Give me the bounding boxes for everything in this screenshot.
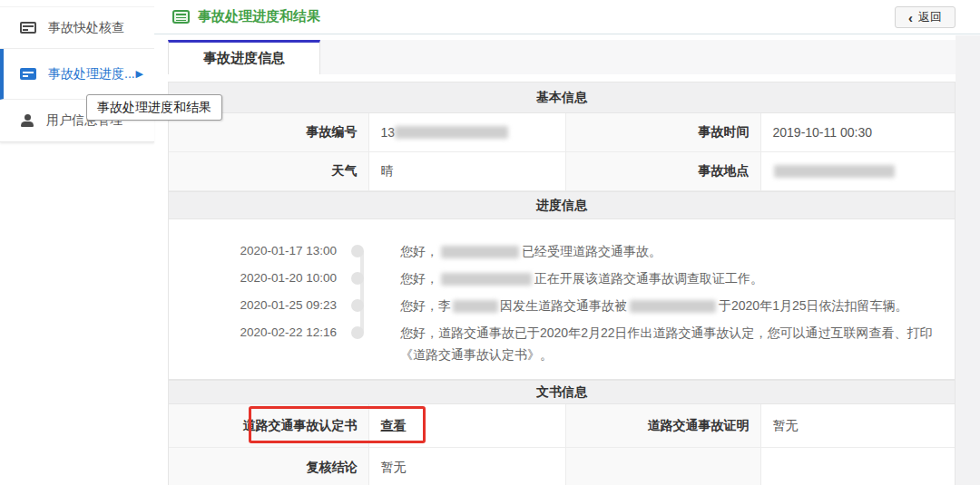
redacted-authority (630, 300, 716, 313)
page-title: 事故处理进度和结果 (198, 8, 320, 25)
timeline-date: 2020-02-22 12:16 (219, 322, 337, 344)
back-button-label: 返回 (918, 9, 942, 25)
weather-label: 天气 (169, 152, 369, 190)
section-header-basic: 基本信息 (169, 82, 955, 113)
message-text: 您好， (400, 271, 438, 286)
sidebar-item-label: 事故快处核查 (48, 20, 124, 36)
sidebar-tooltip: 事故处理进度和结果 (86, 94, 222, 121)
location-value (761, 152, 955, 190)
message-text: 因发生道路交通事故被 (500, 298, 627, 313)
form-list-icon (172, 10, 190, 24)
accident-no-value: 13 (369, 113, 565, 151)
redacted-authority (441, 246, 519, 258)
detail-table: 基本信息 事故编号 13 事故时间 2019-10-11 00:30 天气 晴 … (168, 82, 956, 485)
review-value: 暂无 (369, 448, 565, 485)
review-label: 复核结论 (169, 448, 369, 485)
timeline-date: 2020-01-25 09:23 (219, 295, 337, 316)
timeline-message: 您好，道路交通事故已于2020年2月22日作出道路交通事故认定，您可以通过互联网… (400, 322, 936, 365)
accident-time-value: 2019-10-11 00:30 (761, 113, 955, 151)
sidebar: 事故快处核查 事故处理进度... ▶ 用户信息管理 (0, 0, 154, 142)
sidebar-item-progress[interactable]: 事故处理进度... ▶ (0, 49, 154, 100)
timeline-message: 您好，已经受理道路交通事故。 (400, 240, 936, 262)
accident-no-text: 13 (380, 125, 395, 140)
table-row: 道路交通事故认定书 查看 道路交通事故证明 暂无 (169, 404, 955, 448)
tab-accident-progress[interactable]: 事故进度信息 (168, 40, 320, 74)
redacted-authority (441, 273, 532, 286)
timeline-dot (351, 299, 364, 312)
timeline-message: 您好，李因发生道路交通事故被于2020年1月25日依法扣留车辆。 (400, 295, 936, 316)
page-header: 事故处理进度和结果 ‹ 返回 (154, 0, 980, 34)
sidebar-item-quick-check[interactable]: 事故快处核查 (0, 6, 154, 49)
redacted-location (774, 165, 895, 178)
message-text: 正在开展该道路交通事故调查取证工作。 (534, 271, 763, 286)
timeline-dot (351, 272, 364, 285)
timeline-date: 2020-01-20 10:00 (219, 267, 337, 289)
location-label: 事故地点 (565, 152, 762, 190)
proof-label: 道路交通事故证明 (565, 404, 762, 447)
background-strip (956, 35, 980, 485)
table-row: 事故编号 13 事故时间 2019-10-11 00:30 (169, 113, 955, 152)
card-icon (20, 68, 36, 80)
timeline-dot (351, 326, 364, 339)
view-cert-link[interactable]: 查看 (380, 418, 406, 434)
timeline-date: 2020-01-17 13:00 (219, 240, 337, 262)
message-text: 已经受理道路交通事故。 (522, 244, 662, 258)
proof-value: 暂无 (761, 404, 955, 447)
user-icon (20, 114, 34, 127)
redacted-name (453, 300, 498, 313)
timeline-line (360, 251, 364, 333)
accident-time-label: 事故时间 (565, 113, 762, 151)
card-icon (20, 22, 36, 34)
timeline-dot (351, 245, 364, 257)
tab-bar: 事故进度信息 (168, 40, 956, 74)
weather-value: 晴 (369, 152, 565, 190)
redacted-accident-no (395, 126, 508, 139)
cert-value: 查看 (369, 404, 565, 447)
table-row: 复核结论 暂无 (169, 448, 955, 485)
progress-timeline: 2020-01-17 13:00 您好，已经受理道路交通事故。 2020-01-… (169, 219, 955, 380)
section-header-documents: 文书信息 (169, 380, 955, 404)
back-button[interactable]: ‹ 返回 (895, 6, 956, 28)
empty-value-cell (761, 448, 955, 485)
sidebar-item-label: 事故处理进度... (48, 66, 135, 82)
chevron-left-icon: ‹ (908, 11, 913, 24)
message-text: 您好， (400, 244, 438, 258)
message-text: 于2020年1月25日依法扣留车辆。 (719, 298, 908, 313)
chevron-right-icon: ▶ (136, 68, 143, 80)
section-header-progress: 进度信息 (169, 191, 955, 219)
empty-label-cell (565, 448, 762, 485)
table-row: 天气 晴 事故地点 (169, 152, 955, 191)
message-text: 您好，李 (400, 298, 451, 313)
timeline-message: 您好，正在开展该道路交通事故调查取证工作。 (400, 267, 936, 289)
cert-label: 道路交通事故认定书 (169, 404, 369, 447)
